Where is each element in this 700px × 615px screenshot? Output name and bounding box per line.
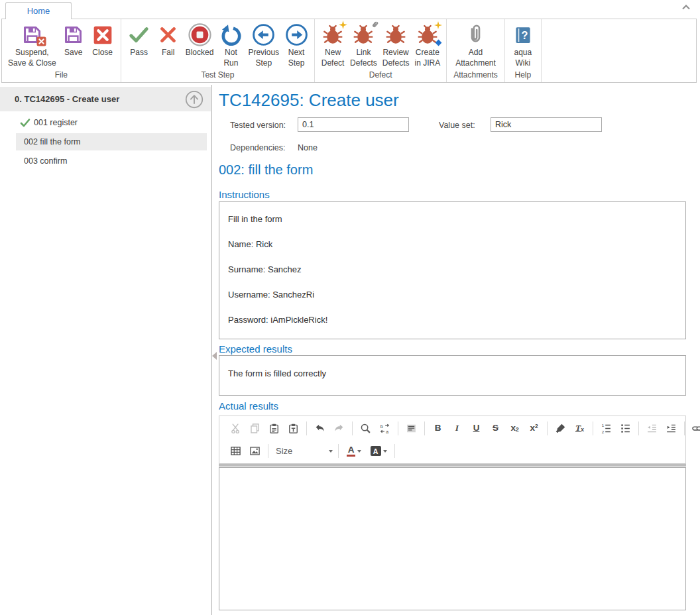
actual-results-editor-content[interactable]: [219, 467, 686, 610]
format-painter-icon[interactable]: [552, 420, 569, 437]
undo-icon[interactable]: [312, 420, 328, 437]
new-defect-button[interactable]: New Defect: [318, 21, 347, 70]
bold-icon[interactable]: B: [430, 420, 446, 437]
step-heading: 002: fill the form: [219, 162, 313, 178]
text-color-icon[interactable]: A: [343, 443, 365, 459]
panel-divider: [211, 85, 212, 615]
tab-home[interactable]: Home: [5, 2, 72, 19]
test-step-sidebar: 0. TC142695 - Create user 001 register 0…: [0, 85, 211, 615]
ribbon-group-defect: New Defect Link Defects: [315, 19, 447, 82]
toolbar-divider: [638, 421, 639, 435]
ribbon-group-test-step: Pass Fail Blocked: [121, 19, 315, 82]
toolbar-divider: [306, 421, 307, 435]
sidebar-header-test-case[interactable]: 0. TC142695 - Create user: [0, 87, 211, 111]
link-icon[interactable]: [689, 420, 700, 437]
pass-check-icon: [127, 23, 151, 47]
actual-results-heading: Actual results: [219, 400, 278, 412]
link-defects-button[interactable]: Link Defects: [347, 21, 380, 70]
background-color-icon[interactable]: A: [367, 443, 390, 459]
svg-text:?: ?: [521, 28, 528, 40]
actual-results-editor-toolbar: b a B I U S x2 x2: [219, 416, 686, 464]
group-label-help: Help: [505, 70, 541, 82]
ribbon-group-file: Suspend, Save & Close Save: [2, 19, 121, 82]
expected-results-text: The form is filled correctly: [228, 368, 326, 378]
redo-icon: [331, 420, 347, 437]
numbered-list-icon[interactable]: 12: [598, 420, 614, 437]
toolbar-divider: [338, 444, 339, 458]
sidebar-item-label: 001 register: [34, 118, 78, 127]
chevron-down-icon: [357, 450, 361, 453]
jira-diamond-badge-icon: [434, 38, 443, 50]
copy-icon: [247, 420, 263, 437]
blocked-button[interactable]: Blocked: [183, 21, 217, 60]
editor-toolbar-row-1: b a B I U S x2 x2: [219, 416, 685, 440]
not-run-button[interactable]: Not Run: [216, 21, 245, 70]
add-attachment-button[interactable]: Add Attachment: [453, 21, 498, 70]
suspend-save-close-button[interactable]: Suspend, Save & Close: [5, 21, 59, 70]
image-icon[interactable]: [247, 443, 263, 459]
next-step-button[interactable]: Next Step: [282, 21, 311, 70]
collapse-up-arrow-icon[interactable]: [185, 90, 204, 109]
sidebar-item-step-003[interactable]: 003 confirm: [16, 152, 207, 170]
save-suspend-icon: [20, 23, 44, 47]
paste-plain-text-icon[interactable]: [285, 420, 302, 437]
sidebar-item-label: 003 confirm: [24, 156, 67, 166]
fail-x-icon: [156, 23, 180, 47]
splitter-collapse-handle[interactable]: [212, 352, 217, 360]
close-icon: [91, 23, 115, 47]
aqua-wiki-button[interactable]: ? aqua Wiki: [508, 21, 538, 70]
svg-text:2: 2: [602, 429, 605, 433]
group-label-file: File: [2, 70, 121, 82]
size-dropdown[interactable]: Size: [276, 446, 333, 456]
italic-icon[interactable]: I: [449, 420, 465, 437]
subscript-icon[interactable]: x2: [506, 420, 523, 437]
group-label-attachments: Attachments: [447, 70, 504, 82]
save-icon: [62, 23, 86, 47]
dependencies-label: Dependencies:: [230, 143, 285, 152]
svg-text:b: b: [380, 423, 383, 429]
table-icon[interactable]: [227, 443, 244, 459]
passed-check-icon: [20, 118, 30, 128]
toolbar-divider: [268, 444, 268, 458]
link-defects-bug-icon: [351, 23, 375, 47]
close-button[interactable]: Close: [88, 21, 117, 60]
tested-version-input[interactable]: [298, 117, 409, 132]
collapse-ribbon-chevron-up-icon[interactable]: [681, 3, 691, 12]
save-button[interactable]: Save: [59, 21, 88, 60]
value-set-label: Value set:: [439, 121, 475, 130]
fail-button[interactable]: Fail: [154, 21, 183, 60]
strikethrough-icon[interactable]: S: [487, 420, 504, 437]
replace-icon[interactable]: b a: [377, 420, 393, 437]
select-all-icon[interactable]: [403, 420, 420, 437]
blocked-icon: [188, 23, 211, 47]
paste-icon[interactable]: [266, 420, 282, 437]
expected-results-box: The form is filled correctly: [219, 355, 686, 396]
previous-step-button[interactable]: Previous Step: [245, 21, 282, 70]
increase-indent-icon[interactable]: [663, 420, 679, 437]
review-defects-button[interactable]: Review Defects: [380, 21, 412, 70]
dependencies-value: None: [298, 143, 318, 152]
not-run-icon: [219, 23, 243, 47]
previous-step-icon: [252, 23, 276, 47]
tested-version-label: Tested version:: [230, 121, 286, 130]
pass-button[interactable]: Pass: [125, 21, 154, 60]
tab-home-label: Home: [27, 6, 50, 16]
bulleted-list-icon[interactable]: [617, 420, 634, 437]
editor-toolbar-row-2: Size A A: [219, 440, 685, 462]
create-in-jira-button[interactable]: Create in JIRA: [412, 21, 443, 70]
editor-resize-separator[interactable]: [219, 464, 686, 467]
sidebar-item-step-002[interactable]: 002 fill the form: [16, 133, 207, 150]
find-icon[interactable]: [357, 420, 374, 437]
underline-icon[interactable]: U: [468, 420, 485, 437]
decrease-indent-icon: [644, 420, 660, 437]
chevron-down-icon: [329, 450, 333, 453]
test-execution-main: TC142695: Create user Tested version: Va…: [219, 85, 687, 615]
superscript-icon[interactable]: x2: [526, 420, 542, 437]
group-label-test-step: Test Step: [121, 70, 314, 82]
sidebar-item-step-001[interactable]: 001 register: [16, 114, 207, 131]
cut-icon: [227, 420, 244, 437]
create-in-jira-bug-icon: [416, 23, 439, 47]
remove-format-icon[interactable]: Tx: [571, 420, 588, 437]
value-set-input[interactable]: [491, 117, 602, 132]
toolbar-divider: [684, 421, 685, 435]
